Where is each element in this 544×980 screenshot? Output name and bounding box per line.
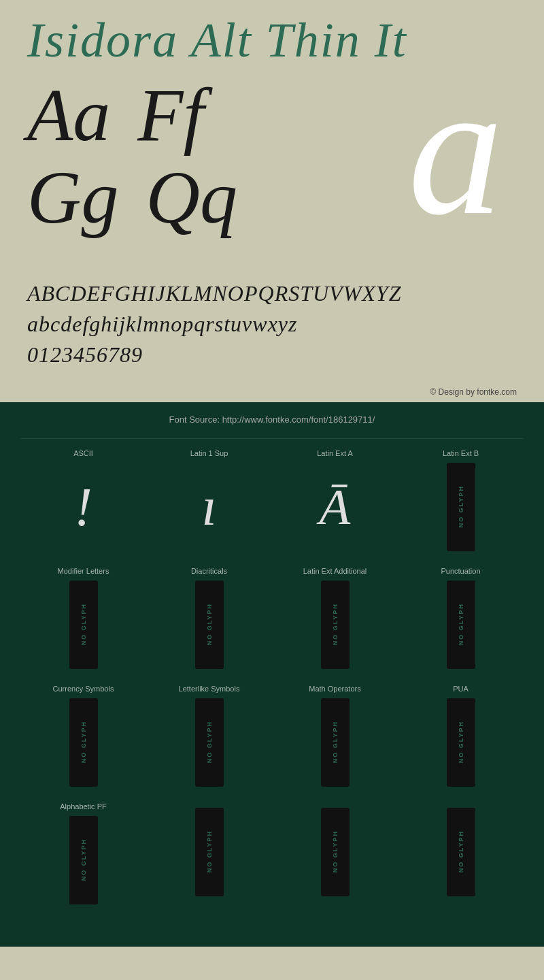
currency-label: Currency Symbols <box>53 685 114 693</box>
digits-line: 0123456789 <box>27 340 517 370</box>
glyph-cell-currency: Currency Symbols NO GLYPH <box>20 674 146 792</box>
ascii-sample: ! <box>46 463 121 551</box>
exclamation-char: ! <box>74 480 92 534</box>
no-glyph-text-2: NO GLYPH <box>80 603 87 645</box>
latinexta-label: Latin Ext A <box>317 449 353 457</box>
empty1-sample: NO GLYPH <box>172 808 247 896</box>
no-glyph-text-13: NO GLYPH <box>458 830 464 872</box>
glyph-Qq: Qq <box>146 157 237 239</box>
no-glyph-text-3: NO GLYPH <box>206 603 213 645</box>
no-glyph-text-8: NO GLYPH <box>332 721 339 763</box>
letterlike-label: Letterlike Symbols <box>179 685 240 693</box>
glyph-Gg: Gg <box>27 157 118 239</box>
diacriticals-label: Diacriticals <box>191 567 227 575</box>
glyph-cell-pua: PUA NO GLYPH <box>398 674 524 792</box>
no-glyph-badge-diacriticals: NO GLYPH <box>195 581 224 669</box>
glyph-cell-letterlike: Letterlike Symbols NO GLYPH <box>146 674 272 792</box>
glyph-cell-ascii: ASCII ! <box>20 439 146 557</box>
large-d-char: a <box>408 54 503 244</box>
punctuation-label: Punctuation <box>441 567 480 575</box>
alphabeticpf-sample: NO GLYPH <box>46 816 121 904</box>
glyph-cell-latinexta: Latin Ext A Ā <box>272 439 398 557</box>
a-macron-char: Ā <box>320 478 351 536</box>
no-glyph-text-5: NO GLYPH <box>458 603 464 645</box>
glyph-cell-math: Math Operators NO GLYPH <box>272 674 398 792</box>
glyph-cell-empty2: NO GLYPH <box>272 792 398 910</box>
glyph-row-1: Aa Ff <box>27 74 237 157</box>
dotted-i-char: ı <box>201 476 216 538</box>
glyph-cell-latinextadd: Latin Ext Additional NO GLYPH <box>272 557 398 674</box>
no-glyph-badge-pua: NO GLYPH <box>447 698 475 787</box>
modifier-sample: NO GLYPH <box>46 581 121 669</box>
no-glyph-badge-empty1: NO GLYPH <box>195 808 224 896</box>
latinextb-sample: NO GLYPH <box>424 463 498 551</box>
glyph-pairs: Aa Ff Gg Qq <box>27 74 237 239</box>
latinexta-sample: Ā <box>298 463 373 551</box>
punctuation-sample: NO GLYPH <box>424 581 498 669</box>
letterlike-sample: NO GLYPH <box>172 698 247 787</box>
credit-text: © Design by fontke.com <box>0 384 544 402</box>
no-glyph-text-9: NO GLYPH <box>458 721 464 763</box>
glyph-grid-section: Font Source: http://www.fontke.com/font/… <box>0 402 544 947</box>
alphabeticpf-label: Alphabetic PF <box>60 802 106 811</box>
glyph-cell-empty1: NO GLYPH <box>146 792 272 910</box>
no-glyph-badge-punctuation: NO GLYPH <box>447 581 475 669</box>
alphabet-section: ABCDEFGHIJKLMNOPQRSTUVWXYZ abcdefghijklm… <box>0 272 544 383</box>
no-glyph-badge-currency: NO GLYPH <box>69 698 98 787</box>
glyph-row-2: Gg Qq <box>27 157 237 239</box>
glyph-grid: ASCII ! Latin 1 Sup ı Latin Ext A Ā Lati… <box>20 439 524 910</box>
glyph-cell-diacriticals: Diacriticals NO GLYPH <box>146 557 272 674</box>
no-glyph-text-6: NO GLYPH <box>80 721 87 763</box>
no-glyph-text-7: NO GLYPH <box>206 721 213 763</box>
no-glyph-text-4: NO GLYPH <box>332 603 339 645</box>
glyph-cell-latin1sup: Latin 1 Sup ı <box>146 439 272 557</box>
empty3-sample: NO GLYPH <box>424 808 498 896</box>
latinextb-label: Latin Ext B <box>443 449 479 457</box>
no-glyph-text-11: NO GLYPH <box>206 830 213 872</box>
empty2-sample: NO GLYPH <box>298 808 373 896</box>
lowercase-alphabet: abcdefghijklmnopqrstuvwxyz <box>27 309 517 340</box>
latin1sup-label: Latin 1 Sup <box>190 449 228 457</box>
pua-sample: NO GLYPH <box>424 698 498 787</box>
glyph-Aa: Aa <box>27 74 110 157</box>
glyph-cell-empty3: NO GLYPH <box>398 792 524 910</box>
glyph-cell-punctuation: Punctuation NO GLYPH <box>398 557 524 674</box>
latinextadd-label: Latin Ext Additional <box>303 567 367 575</box>
uppercase-alphabet: ABCDEFGHIJKLMNOPQRSTUVWXYZ <box>27 278 517 309</box>
math-sample: NO GLYPH <box>298 698 373 787</box>
no-glyph-badge-alphabeticpf: NO GLYPH <box>69 816 98 904</box>
no-glyph-text-12: NO GLYPH <box>332 830 339 872</box>
no-glyph-badge-latinextb: NO GLYPH <box>447 463 475 551</box>
glyph-showcase: Aa Ff Gg Qq a <box>27 74 517 265</box>
ascii-label: ASCII <box>73 449 93 457</box>
no-glyph-badge-empty2: NO GLYPH <box>321 808 350 896</box>
pua-label: PUA <box>453 685 469 693</box>
diacriticals-sample: NO GLYPH <box>172 581 247 669</box>
glyph-Ff: Ff <box>137 74 204 157</box>
no-glyph-badge-empty3: NO GLYPH <box>447 808 475 896</box>
no-glyph-badge-math: NO GLYPH <box>321 698 350 787</box>
preview-section: Isidora Alt Thin It Aa Ff Gg Qq a <box>0 0 544 272</box>
latin1sup-sample: ı <box>172 463 247 551</box>
math-label: Math Operators <box>309 685 360 693</box>
no-glyph-badge-latinextadd: NO GLYPH <box>321 581 350 669</box>
modifier-label: Modifier Letters <box>58 567 109 575</box>
glyph-cell-modifier: Modifier Letters NO GLYPH <box>20 557 146 674</box>
currency-sample: NO GLYPH <box>46 698 121 787</box>
glyph-cell-alphabeticpf: Alphabetic PF NO GLYPH <box>20 792 146 910</box>
glyph-cell-latinextb: Latin Ext B NO GLYPH <box>398 439 524 557</box>
no-glyph-text-10: NO GLYPH <box>80 838 87 881</box>
no-glyph-badge-letterlike: NO GLYPH <box>195 698 224 787</box>
font-source: Font Source: http://www.fontke.com/font/… <box>20 409 524 439</box>
no-glyph-badge-modifier: NO GLYPH <box>69 581 98 669</box>
no-glyph-text: NO GLYPH <box>458 485 464 527</box>
latinextadd-sample: NO GLYPH <box>298 581 373 669</box>
